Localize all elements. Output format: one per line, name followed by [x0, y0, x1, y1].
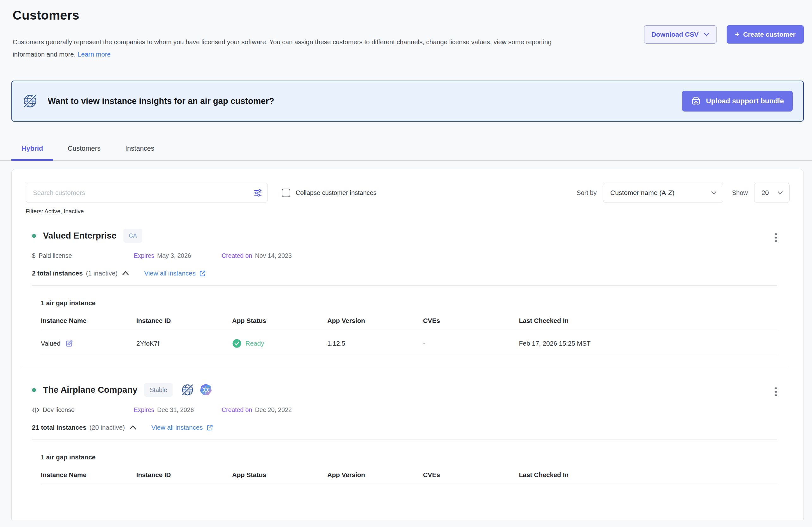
header-actions: Download CSV + Create customer	[644, 25, 804, 60]
active-status-dot	[32, 234, 36, 238]
chevron-down-icon	[704, 32, 709, 36]
col-instance-id: Instance ID	[136, 317, 232, 325]
customer-header: Valued Enterprise GA	[32, 229, 789, 243]
col-instance-id: Instance ID	[136, 471, 232, 479]
inactive-instances-note: (1 inactive)	[86, 270, 118, 277]
upload-support-bundle-label: Upload support bundle	[706, 97, 784, 105]
customer-menu-button[interactable]	[773, 231, 779, 244]
plus-icon: +	[735, 31, 739, 38]
customer-section-airplane-company: The Airplane Company Stable	[26, 383, 789, 485]
col-app-version: App Version	[327, 317, 423, 325]
col-last-checked-in: Last Checked In	[519, 471, 777, 479]
customer-capability-icons	[181, 383, 213, 396]
show-select[interactable]: 20	[754, 183, 789, 203]
created-value: Dec 20, 2022	[255, 406, 292, 413]
total-instances-count: 2 total instances	[32, 270, 83, 277]
customer-name[interactable]: Valued Enterprise	[43, 231, 116, 241]
chevron-up-icon	[129, 425, 136, 430]
tab-hybrid[interactable]: Hybrid	[11, 137, 53, 160]
active-status-dot	[32, 388, 36, 392]
inactive-instances-note: (20 inactive)	[89, 424, 125, 431]
page-header-left: Customers Customers generally represent …	[13, 8, 572, 60]
view-all-instances-link[interactable]: View all instances	[144, 270, 206, 277]
app-version-cell: 1.12.5	[327, 340, 423, 347]
search-input[interactable]	[26, 183, 268, 203]
license-type: $ Paid license	[32, 252, 134, 259]
chevron-down-icon	[778, 191, 783, 195]
search-wrap	[26, 183, 268, 203]
filter-sliders-icon[interactable]	[253, 189, 262, 197]
col-instance-name: Instance Name	[41, 471, 136, 479]
license-type-label: Dev license	[43, 406, 75, 413]
col-cves: CVEs	[423, 471, 519, 479]
license-type: Dev license	[32, 406, 134, 413]
collapse-instances-control: Collapse customer instances	[282, 189, 377, 197]
created-pair: Created on Nov 14, 2023	[222, 252, 292, 259]
instance-name: Valued	[41, 340, 60, 347]
expires-pair: Expires May 3, 2026	[134, 252, 222, 259]
total-instances-count: 21 total instances	[32, 424, 86, 431]
download-csv-button[interactable]: Download CSV	[644, 25, 716, 44]
page-title: Customers	[13, 8, 572, 22]
page-description: Customers generally represent the compan…	[13, 36, 572, 60]
sort-by-label: Sort by	[577, 189, 597, 197]
license-row: Dev license Expires Dec 31, 2026 Created…	[32, 406, 789, 413]
instance-name-cell: Valued	[41, 339, 136, 348]
instances-table-header: Instance Name Instance ID App Status App…	[41, 465, 777, 485]
license-type-label: Paid license	[39, 252, 72, 259]
kubernetes-icon	[199, 383, 213, 396]
airgap-instances-heading: 1 air gap instance	[41, 299, 789, 307]
upload-support-bundle-button[interactable]: Upload support bundle	[682, 91, 793, 111]
expires-value: May 3, 2026	[157, 252, 191, 259]
chevron-down-icon	[711, 191, 716, 195]
controls-row: Collapse customer instances Sort by Cust…	[26, 183, 789, 203]
expires-value: Dec 31, 2026	[157, 406, 194, 413]
instances-summary-row: 21 total instances (20 inactive) View al…	[32, 424, 789, 431]
instances-summary-row: 2 total instances (1 inactive) View all …	[32, 270, 789, 277]
app-status-text: Ready	[245, 340, 264, 347]
app-status-cell: Ready	[232, 339, 327, 348]
dollar-icon: $	[32, 252, 35, 259]
customer-divider	[21, 369, 788, 369]
view-all-instances-link[interactable]: View all instances	[151, 424, 214, 431]
airgap-banner: Want to view instance insights for an ai…	[11, 80, 804, 122]
sort-by-select[interactable]: Customer name (A-Z)	[603, 183, 723, 203]
show-label: Show	[732, 189, 748, 197]
channel-badge: Stable	[144, 383, 172, 397]
external-link-icon	[199, 270, 206, 277]
view-all-instances-label: View all instances	[144, 270, 196, 277]
expires-pair: Expires Dec 31, 2026	[134, 406, 222, 413]
customer-name[interactable]: The Airplane Company	[43, 385, 137, 395]
collapse-section-button[interactable]	[122, 271, 129, 275]
instances-table-header: Instance Name Instance ID App Status App…	[41, 311, 777, 331]
check-circle-icon	[232, 339, 242, 348]
customer-menu-button[interactable]	[773, 386, 779, 398]
globe-slash-icon	[181, 383, 194, 396]
created-pair: Created on Dec 20, 2022	[222, 406, 292, 413]
tab-instances[interactable]: Instances	[115, 137, 164, 160]
instance-id-cell: 2YfoK7f	[136, 340, 232, 347]
view-tabs: Hybrid Customers Instances	[0, 137, 812, 161]
channel-badge: GA	[123, 229, 142, 243]
active-filters-text: Filters: Active, Inactive	[26, 208, 789, 215]
globe-slash-icon	[23, 93, 38, 109]
col-app-status: App Status	[232, 471, 327, 479]
edit-icon[interactable]	[65, 339, 73, 348]
section-inner-divider	[32, 285, 777, 286]
customers-card: Collapse customer instances Sort by Cust…	[11, 169, 804, 520]
upload-bundle-icon	[691, 96, 701, 106]
tab-customers[interactable]: Customers	[58, 137, 111, 160]
created-label: Created on	[222, 252, 252, 259]
chevron-up-icon	[122, 271, 129, 275]
learn-more-link[interactable]: Learn more	[77, 50, 111, 58]
last-checked-in-cell: Feb 17, 2026 15:25 MST	[519, 340, 777, 347]
created-label: Created on	[222, 406, 252, 413]
sort-by-value: Customer name (A-Z)	[610, 189, 675, 197]
create-customer-label: Create customer	[743, 31, 796, 38]
collapse-instances-checkbox[interactable]	[282, 189, 290, 197]
col-app-version: App Version	[327, 471, 423, 479]
collapse-section-button[interactable]	[129, 425, 136, 430]
created-value: Nov 14, 2023	[255, 252, 292, 259]
create-customer-button[interactable]: + Create customer	[727, 25, 804, 44]
download-csv-label: Download CSV	[651, 31, 698, 38]
